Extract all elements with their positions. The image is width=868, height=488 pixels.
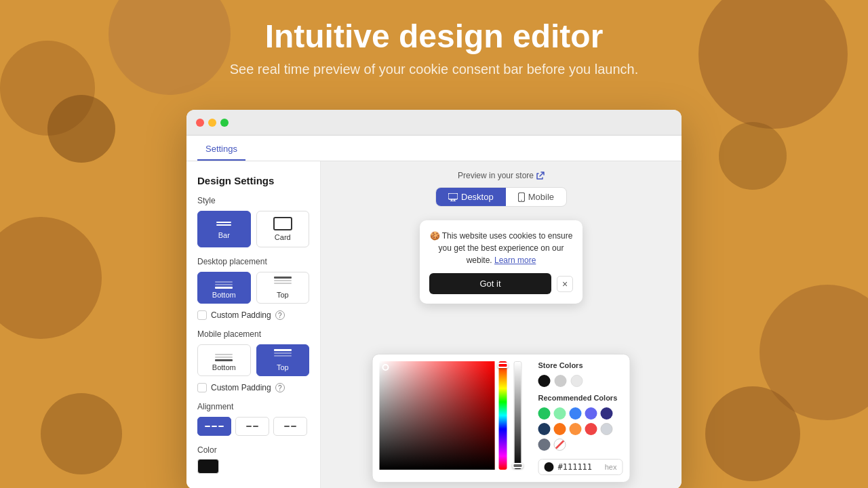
- desktop-custom-padding-info[interactable]: ?: [275, 310, 285, 320]
- rec-swatch-1[interactable]: [554, 407, 566, 420]
- desktop-btn-label: Desktop: [461, 192, 494, 202]
- alignment-label: Alignment: [197, 402, 309, 411]
- desktop-custom-padding-row: Custom Padding ?: [197, 310, 309, 320]
- browser-chrome: [186, 110, 682, 136]
- rec-swatch-7[interactable]: [570, 423, 582, 435]
- bar-line-1: [216, 222, 231, 223]
- top-faint-line: [215, 281, 233, 283]
- got-it-button[interactable]: Got it: [429, 273, 551, 294]
- rec-swatch-3[interactable]: [585, 407, 597, 420]
- style-label: Style: [197, 196, 309, 205]
- l3: [215, 359, 233, 361]
- browser-dot-red: [196, 119, 204, 127]
- align-right-btn[interactable]: [273, 417, 307, 436]
- mobile-custom-padding-checkbox[interactable]: [197, 383, 207, 392]
- rec-swatch-diagonal[interactable]: [554, 439, 566, 451]
- hue-strip[interactable]: [499, 361, 507, 470]
- color-swatch-preview[interactable]: [197, 459, 219, 474]
- dash6: [284, 426, 290, 427]
- learn-more-link[interactable]: Learn more: [494, 256, 536, 265]
- store-swatches-row: [538, 375, 623, 387]
- desktop-placement-bottom[interactable]: Bottom: [197, 272, 251, 304]
- color-gradient[interactable]: [380, 361, 495, 470]
- recommended-label: Recommended Colors: [538, 394, 623, 402]
- hue-handle[interactable]: [498, 363, 509, 368]
- bottom-label: Bottom: [212, 291, 236, 299]
- l1: [215, 354, 233, 355]
- color-picker-right: Store Colors Recommended Colors: [532, 354, 630, 482]
- hex-input-row: hex: [538, 459, 623, 475]
- rec-swatch-6[interactable]: [554, 423, 566, 435]
- align-center-btn[interactable]: [197, 417, 231, 436]
- gradient-handle[interactable]: [382, 364, 389, 371]
- color-section: Color: [197, 445, 309, 474]
- opacity-strip-wrapper: [514, 361, 525, 470]
- rec-swatch-2[interactable]: [570, 407, 582, 420]
- opacity-strip[interactable]: [514, 361, 522, 470]
- dash7: [291, 426, 296, 427]
- mid-line: [274, 280, 292, 281]
- consent-close-button[interactable]: ×: [557, 276, 573, 292]
- card-label: Card: [275, 233, 291, 241]
- align-left-btn[interactable]: [235, 417, 269, 436]
- alignment-buttons: [197, 417, 309, 436]
- desktop-btn[interactable]: Desktop: [436, 188, 506, 206]
- mobile-placement-top[interactable]: Top: [256, 344, 310, 376]
- rec-swatch-0[interactable]: [538, 407, 551, 420]
- desktop-placement-top[interactable]: Top: [256, 272, 310, 304]
- style-btn-card[interactable]: Card: [256, 211, 310, 247]
- dash1: [205, 426, 210, 427]
- mobile-placement-bottom[interactable]: Bottom: [197, 344, 251, 376]
- consent-text: 🍪 This website uses cookies to ensure yo…: [429, 230, 573, 266]
- store-colors-label: Store Colors: [538, 361, 623, 369]
- rec-swatch-9[interactable]: [601, 423, 613, 435]
- mobile-custom-padding-info[interactable]: ?: [275, 383, 285, 392]
- browser-content: Design Settings Style Bar Card Desktop p…: [186, 161, 682, 488]
- hero-subtitle: See real time preview of your cookie con…: [0, 62, 868, 77]
- mobile-bottom-icon: [215, 349, 233, 361]
- hex-label: hex: [605, 463, 617, 471]
- mobile-btn[interactable]: Mobile: [506, 188, 566, 206]
- browser-dot-yellow: [208, 119, 216, 127]
- mobile-top-label: Top: [277, 363, 289, 371]
- dash3: [218, 426, 224, 427]
- rec-swatch-5[interactable]: [538, 423, 551, 435]
- mobile-btn-label: Mobile: [528, 192, 554, 202]
- browser-tabs: Settings: [186, 136, 682, 161]
- bar-label: Bar: [218, 231, 230, 239]
- hex-dot: [545, 462, 554, 472]
- rec-swatch-4[interactable]: [601, 407, 613, 420]
- desktop-custom-padding-checkbox[interactable]: [197, 310, 207, 320]
- external-link-icon: [536, 171, 545, 180]
- rec-swatch-8[interactable]: [585, 423, 597, 435]
- bar-icon: [214, 219, 233, 228]
- preview-store-link[interactable]: Preview in your store: [321, 171, 682, 180]
- top-placement-icon: [274, 277, 292, 289]
- mobile-placement-label: Mobile placement: [197, 329, 309, 339]
- design-settings-sidebar: Design Settings Style Bar Card Desktop p…: [186, 161, 321, 488]
- desktop-placement-label: Desktop placement: [197, 257, 309, 266]
- store-swatch-2[interactable]: [571, 375, 583, 387]
- bot-line: [274, 283, 292, 284]
- color-label: Color: [197, 445, 309, 455]
- hex-input[interactable]: [558, 462, 599, 472]
- top-label: Top: [277, 291, 289, 299]
- browser-dots: [196, 119, 229, 127]
- dash5: [253, 426, 258, 427]
- store-swatch-0[interactable]: [538, 375, 551, 387]
- rec-swatch-10[interactable]: [538, 439, 551, 451]
- bar-line-2: [216, 224, 231, 226]
- preview-area: Preview in your store Desktop: [321, 161, 682, 488]
- desktop-placement-buttons: Bottom Top: [197, 272, 309, 304]
- svg-point-5: [521, 199, 522, 201]
- tab-settings[interactable]: Settings: [197, 138, 245, 161]
- mid-faint-line: [215, 284, 233, 285]
- cookie-emoji: 🍪: [430, 231, 440, 241]
- browser-dot-green: [220, 119, 229, 127]
- consent-btn-row: Got it ×: [429, 273, 573, 294]
- style-btn-bar[interactable]: Bar: [197, 211, 251, 247]
- opacity-handle[interactable]: [513, 463, 524, 468]
- dash4: [246, 426, 252, 427]
- store-swatch-1[interactable]: [555, 375, 567, 387]
- mobile-icon: [518, 192, 525, 202]
